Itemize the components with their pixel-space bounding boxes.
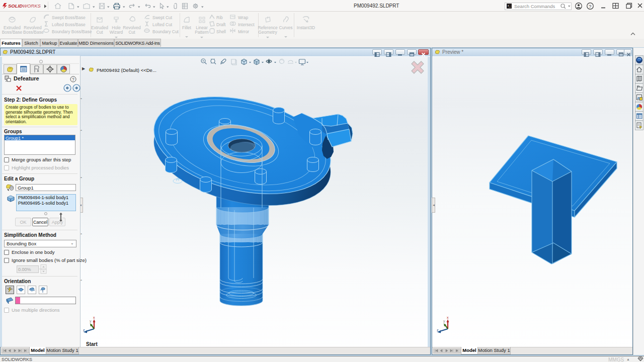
svg-text:x: x [93,316,95,319]
svg-text:y: y [443,319,445,323]
svg-text:x: x [447,316,449,319]
svg-text:?: ? [589,4,591,9]
svg-text:z: z [437,328,439,332]
svg-text:SOLID: SOLID [8,3,23,9]
svg-text:y: y [90,319,92,323]
svg-text:WORKS: WORKS [23,3,41,9]
svg-text:z: z [83,328,85,332]
svg-text:?: ? [72,77,74,82]
